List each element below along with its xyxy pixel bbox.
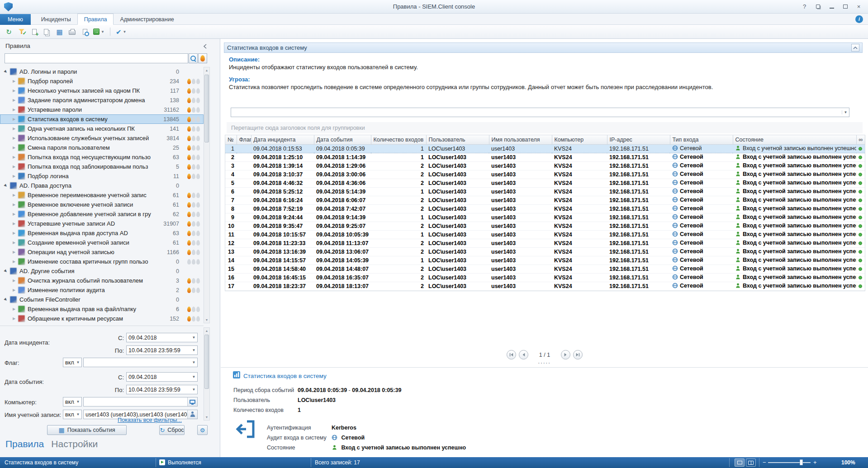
flag-toggle[interactable]: вкл.▼ xyxy=(63,358,82,367)
expand-node-icon[interactable]: ▶ xyxy=(11,117,17,121)
tree-group-row[interactable]: ▶AD. Логины и пароли0 xyxy=(0,67,204,76)
expand-node-icon[interactable]: ▶ xyxy=(11,193,17,197)
tree-rule-row[interactable]: ▶Несколько учетных записей на одном ПК11… xyxy=(0,86,204,95)
tab-rules[interactable]: Правила xyxy=(77,14,114,25)
tree-scrollbar[interactable]: ▲ ▼ xyxy=(204,67,210,323)
grid-view-button[interactable]: ▦ xyxy=(54,26,65,37)
collapse-node-icon[interactable]: ▶ xyxy=(2,68,9,75)
tree-rule-row[interactable]: ▶Устаревшие пароли31162 xyxy=(0,105,204,114)
scroll-thumb[interactable] xyxy=(204,335,209,389)
tree-rule-row[interactable]: ▶Очистка журнала событий пользователем3 xyxy=(0,276,204,285)
collapse-sidebar-button[interactable] xyxy=(201,43,209,50)
chevron-down-icon[interactable]: ▼ xyxy=(842,110,849,114)
table-row[interactable]: 1209.04.2018 11:23:3309.04.2018 11:13:07… xyxy=(225,239,865,247)
zoom-out-button[interactable]: − xyxy=(763,459,766,466)
column-header-0[interactable]: № xyxy=(225,135,237,144)
expand-node-icon[interactable]: ▶ xyxy=(11,260,17,264)
table-row[interactable]: 409.04.2018 3:10:3709.04.2018 3:00:062LO… xyxy=(225,170,865,179)
collapse-description-button[interactable] xyxy=(851,44,859,52)
table-row[interactable]: 209.04.2018 1:25:1009.04.2018 1:14:391LO… xyxy=(225,153,865,161)
expand-node-icon[interactable]: ▶ xyxy=(11,127,17,131)
zoom-slider[interactable] xyxy=(768,462,811,463)
scroll-thumb[interactable] xyxy=(204,75,209,142)
tree-rule-row[interactable]: ▶Временное добавление учетной записи в г… xyxy=(0,209,204,219)
zoom-slider-thumb[interactable] xyxy=(800,459,803,465)
column-header-11[interactable]: ∞ xyxy=(856,135,865,144)
tree-rule-row[interactable]: ▶Использование служебных учетных записей… xyxy=(0,133,204,143)
tree-rule-row[interactable]: ▶Смена пароля пользователем25 xyxy=(0,143,204,152)
column-header-7[interactable]: Компьютер xyxy=(552,135,607,144)
table-row[interactable]: 109.04.2018 0:15:5309.04.2018 0:05:391LO… xyxy=(225,144,865,153)
column-header-8[interactable]: IP-адрес xyxy=(607,135,670,144)
minimize-button[interactable] xyxy=(826,2,837,11)
expand-node-icon[interactable]: ▶ xyxy=(11,108,17,112)
dropdown-arrow-icon[interactable]: ▼ xyxy=(190,375,197,379)
zoom-in-button[interactable]: + xyxy=(813,459,817,466)
dropdown-arrow-icon[interactable]: ▼ xyxy=(75,400,81,404)
column-header-9[interactable]: Тип входа xyxy=(670,135,733,144)
tree-rule-row[interactable]: ▶Временное переименование учетной запис6… xyxy=(0,190,204,200)
tree-rule-row[interactable]: ▶Подбор логина11 xyxy=(0,171,204,181)
table-row[interactable]: 1609.04.2018 16:45:1509.04.2018 16:35:07… xyxy=(225,273,865,282)
scroll-down-icon[interactable]: ▼ xyxy=(204,414,209,420)
table-row[interactable]: 809.04.2018 7:52:1909.04.2018 7:42:072LO… xyxy=(225,204,865,213)
expand-node-icon[interactable]: ▶ xyxy=(11,279,17,283)
tree-rule-row[interactable]: ▶Операции над учетной записью1166 xyxy=(0,247,204,257)
incident-date-to-input[interactable]: 10.04.2018 23:59:59▼ xyxy=(126,345,198,355)
search-button[interactable] xyxy=(189,53,198,63)
select-computer-button[interactable] xyxy=(187,397,197,406)
collapse-node-icon[interactable]: ▶ xyxy=(2,296,9,303)
help-button[interactable]: ? xyxy=(799,2,810,11)
close-button[interactable]: × xyxy=(853,2,864,11)
combo-input[interactable] xyxy=(231,109,842,116)
prev-page-button[interactable] xyxy=(519,350,528,359)
filters-scrollbar[interactable]: ▲ ▼ xyxy=(204,327,210,421)
group-by-panel[interactable]: Перетащите сюда заголовок поля для групп… xyxy=(227,122,863,133)
tree-rule-row[interactable]: ▶Статистика входов в систему13845 xyxy=(0,114,204,124)
expand-node-icon[interactable]: ▶ xyxy=(11,231,17,235)
expand-node-icon[interactable]: ▶ xyxy=(11,98,17,102)
incident-filter-combobox[interactable]: ▼ xyxy=(231,108,849,117)
tree-group-row[interactable]: ▶AD. Другие события0 xyxy=(0,266,204,276)
filter-settings-button[interactable]: ⚙ xyxy=(197,425,208,435)
dropdown-arrow-icon[interactable]: ▼ xyxy=(190,348,197,352)
scroll-up-icon[interactable]: ▲ xyxy=(204,328,209,334)
tree-rule-row[interactable]: ▶Обращение к критичным ресурсам152 xyxy=(0,314,204,323)
table-row[interactable]: 309.04.2018 1:39:1409.04.2018 1:29:062LO… xyxy=(225,161,865,170)
collapse-node-icon[interactable]: ▶ xyxy=(2,267,9,274)
dropdown-arrow-icon[interactable]: ▼ xyxy=(190,360,197,364)
expand-node-icon[interactable]: ▶ xyxy=(11,203,17,207)
expand-node-icon[interactable]: ▶ xyxy=(11,307,17,311)
table-row[interactable]: 1709.04.2018 18:23:3709.04.2018 18:13:07… xyxy=(225,282,865,290)
show-all-filters-link[interactable]: Показать все фильтры... xyxy=(118,417,182,423)
tree-group-row[interactable]: ▶События FileController0 xyxy=(0,295,204,304)
info-icon[interactable]: i xyxy=(855,15,863,23)
expand-node-icon[interactable]: ▶ xyxy=(11,212,17,216)
tree-rule-row[interactable]: ▶Задание пароля администратором домена13… xyxy=(0,95,204,105)
flag-value-input[interactable]: ▼ xyxy=(83,358,198,367)
refresh-button[interactable]: ↻ xyxy=(3,26,14,37)
expand-node-icon[interactable]: ▶ xyxy=(11,146,17,150)
tree-rule-row[interactable]: ▶Изменение состава критичных групп польз… xyxy=(0,257,204,266)
add-item-button[interactable] xyxy=(28,26,40,37)
tree-rule-row[interactable]: ▶Устаревшие учетные записи AD31907 xyxy=(0,219,204,228)
tree-rule-row[interactable]: ▶Создание временной учетной записи61 xyxy=(0,238,204,247)
first-page-button[interactable] xyxy=(507,350,516,359)
expand-node-icon[interactable]: ▶ xyxy=(11,155,17,159)
reset-button[interactable]: ↻ Сброс xyxy=(159,425,185,435)
table-row[interactable]: 1409.04.2018 14:15:5709.04.2018 14:05:39… xyxy=(225,256,865,265)
view-tab-rules[interactable]: Правила xyxy=(5,439,44,449)
layout-view-button[interactable] xyxy=(735,459,745,467)
view-tab-settings[interactable]: Настройки xyxy=(51,439,98,449)
expand-node-icon[interactable]: ▶ xyxy=(11,89,17,93)
dropdown-arrow-icon[interactable]: ▼ xyxy=(190,336,197,340)
details-title-link[interactable]: Статистика входов в систему xyxy=(243,373,327,379)
pin-button[interactable] xyxy=(812,2,824,11)
tree-rule-row[interactable]: ▶Попытка входа под несуществующим пользо… xyxy=(0,152,204,162)
print-preview-button[interactable] xyxy=(79,26,90,37)
tree-group-row[interactable]: ▶AD. Права доступа0 xyxy=(0,181,204,190)
event-date-from-input[interactable]: 09.04.2018▼ xyxy=(126,372,198,382)
table-row[interactable]: 1109.04.2018 10:15:5709.04.2018 10:05:39… xyxy=(225,230,865,239)
copy-item-button[interactable] xyxy=(41,26,52,37)
splitter-handle[interactable] xyxy=(221,361,868,365)
